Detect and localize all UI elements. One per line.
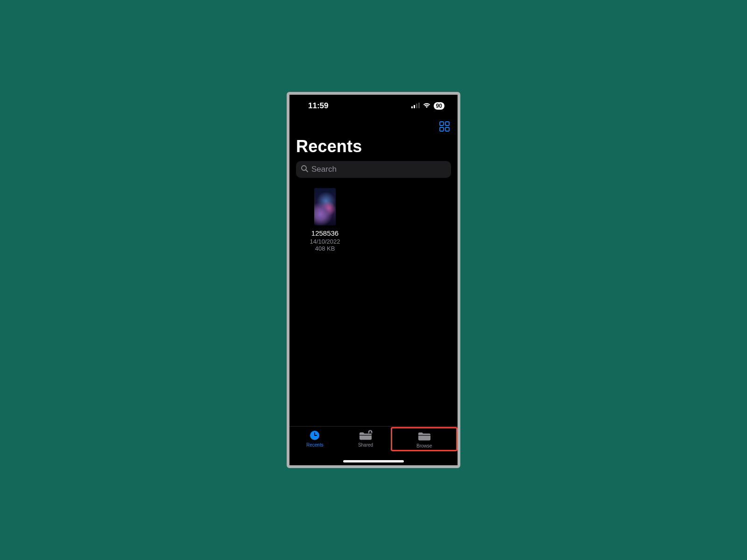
tab-browse[interactable]: Browse <box>391 427 458 451</box>
grid-icon <box>439 121 450 133</box>
file-size: 408 KB <box>302 245 348 252</box>
home-indicator[interactable] <box>343 460 404 462</box>
status-time: 11:59 <box>308 101 328 111</box>
tab-browse-label: Browse <box>416 443 432 448</box>
svg-rect-0 <box>411 106 413 108</box>
svg-rect-6 <box>440 127 444 131</box>
svg-rect-13 <box>359 435 372 435</box>
tab-bar: Recents Shared Browse <box>289 426 458 465</box>
file-name: 1258536 <box>302 229 348 237</box>
status-right: 90 <box>411 102 444 110</box>
svg-rect-5 <box>445 122 449 126</box>
search-input[interactable] <box>311 165 446 174</box>
svg-rect-1 <box>414 105 415 108</box>
clock-icon <box>308 429 322 441</box>
svg-point-15 <box>370 431 371 432</box>
file-thumbnail <box>314 188 336 225</box>
tab-recents-label: Recents <box>306 442 324 448</box>
wifi-icon <box>423 102 431 110</box>
svg-rect-16 <box>418 435 430 435</box>
folder-shared-icon <box>359 429 373 441</box>
file-item[interactable]: 1258536 14/10/2022 408 KB <box>302 188 348 252</box>
tab-shared-label: Shared <box>358 442 373 448</box>
cellular-icon <box>411 102 420 110</box>
svg-rect-4 <box>440 122 444 126</box>
tab-shared[interactable]: Shared <box>340 429 391 448</box>
search-icon <box>301 165 308 174</box>
tab-recents[interactable]: Recents <box>289 429 340 448</box>
battery-indicator: 90 <box>434 102 444 110</box>
search-bar[interactable] <box>296 161 451 178</box>
view-mode-button[interactable] <box>438 121 451 134</box>
page-title: Recents <box>296 137 362 156</box>
svg-line-9 <box>306 170 308 172</box>
phone-frame: 11:59 90 <box>287 92 460 468</box>
status-bar: 11:59 90 <box>289 100 458 112</box>
file-date: 14/10/2022 <box>302 238 348 245</box>
svg-rect-2 <box>416 104 417 108</box>
svg-rect-7 <box>445 127 449 131</box>
folder-icon <box>417 430 431 442</box>
svg-rect-3 <box>418 103 420 108</box>
